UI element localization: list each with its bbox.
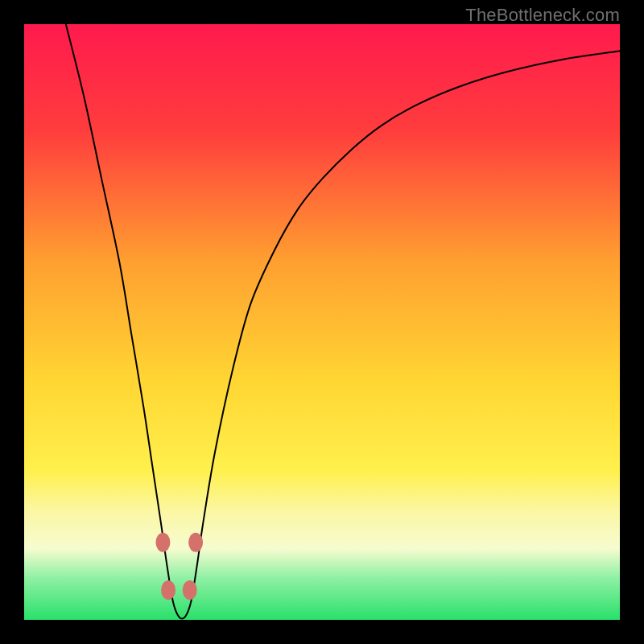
chart-frame xyxy=(24,24,620,620)
chart-background xyxy=(24,24,620,620)
curve-marker xyxy=(183,580,197,600)
curve-marker xyxy=(161,580,175,600)
bottleneck-chart xyxy=(24,24,620,620)
watermark-text: TheBottleneck.com xyxy=(465,5,620,26)
curve-marker xyxy=(188,533,203,552)
curve-marker xyxy=(155,533,170,552)
